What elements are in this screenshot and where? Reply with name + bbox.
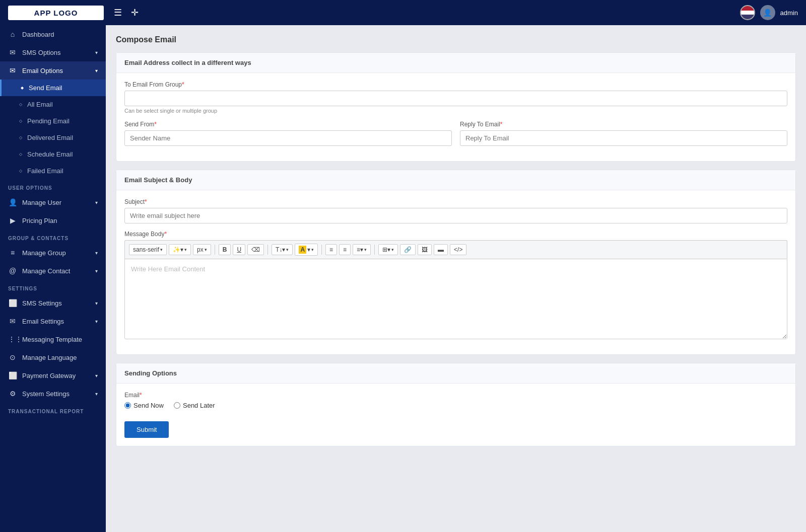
- to-email-group: To Email From Group* Can be select singl…: [124, 81, 787, 114]
- sidebar-item-email-options[interactable]: ✉ Email Options ▾: [0, 61, 106, 80]
- eraser-btn[interactable]: ⌫: [247, 244, 264, 255]
- sidebar-item-sms-options[interactable]: ✉ SMS Options ▾: [0, 43, 106, 61]
- template-icon: ⋮⋮: [8, 335, 17, 343]
- sidebar-item-system-settings[interactable]: ⚙ System Settings ▾: [0, 385, 106, 403]
- avatar[interactable]: 👤: [760, 5, 775, 20]
- system-settings-icon: ⚙: [8, 390, 17, 398]
- to-email-input[interactable]: [124, 91, 787, 106]
- sms-settings-icon: ⬜: [8, 299, 17, 307]
- editor-toolbar: sans-serif ✨▾ px B U ⌫ T↓▾ A▾ ≡ ≡ ≡▾: [124, 240, 787, 259]
- subitem-label: Delivered Email: [27, 134, 73, 141]
- email-settings-icon: ✉: [8, 317, 17, 325]
- sidebar-item-label: Messaging Template: [22, 336, 98, 343]
- sidebar-item-messaging-template[interactable]: ⋮⋮ Messaging Template: [0, 330, 106, 348]
- chevron-down-icon: ▾: [95, 300, 98, 306]
- nav-icons: ☰ ✛: [114, 7, 139, 18]
- diamond-icon: ◆: [21, 86, 24, 90]
- sidebar-item-manage-contact[interactable]: @ Manage Contact ▾: [0, 262, 106, 280]
- sidebar-item-pricing-plan[interactable]: ▶ Pricing Plan: [0, 211, 106, 230]
- group-contacts-title: GROUP & CONTACTS: [0, 230, 106, 244]
- align-btn[interactable]: ≡▾: [353, 244, 371, 255]
- payment-icon: ⬜: [8, 371, 17, 379]
- toolbar-sep3: [321, 245, 322, 255]
- magic-btn[interactable]: ✨▾: [169, 244, 191, 255]
- subitem-label: Schedule Email: [27, 150, 73, 158]
- dashboard-icon: ⌂: [8, 30, 17, 38]
- text-color-btn[interactable]: T↓▾: [272, 244, 293, 255]
- font-size-btn[interactable]: px: [193, 244, 211, 255]
- send-from-group: Send From*: [124, 121, 452, 146]
- editor-placeholder: Write Here Email Content: [131, 265, 205, 273]
- message-body-group: Message Body* sans-serif ✨▾ px B U ⌫ T↓▾…: [124, 231, 787, 339]
- reply-to-input[interactable]: [460, 130, 787, 146]
- sidebar-subitem-all-email[interactable]: ◇ All Email: [0, 96, 106, 113]
- sidebar-subitem-failed-email[interactable]: ◇ Failed Email: [0, 163, 106, 179]
- send-later-radio[interactable]: [174, 402, 180, 409]
- image-btn[interactable]: 🖼: [418, 244, 432, 255]
- link-btn[interactable]: 🔗: [400, 244, 416, 255]
- sidebar-item-manage-user[interactable]: 👤 Manage User ▾: [0, 193, 106, 211]
- flag-icon[interactable]: [740, 5, 755, 20]
- sidebar-item-dashboard[interactable]: ⌂ Dashboard: [0, 25, 106, 43]
- reply-to-group: Reply To Email*: [460, 121, 787, 146]
- sidebar-item-payment-gateway[interactable]: ⬜ Payment Gateway ▾: [0, 366, 106, 385]
- diamond-icon: ◇: [19, 169, 22, 173]
- page-title: Compose Email: [116, 35, 796, 44]
- language-icon: ⊙: [8, 353, 17, 361]
- subject-input[interactable]: [124, 208, 787, 223]
- font-family-btn[interactable]: sans-serif: [129, 244, 167, 255]
- to-email-label: To Email From Group*: [124, 81, 787, 88]
- code-btn[interactable]: </>: [450, 244, 466, 255]
- sidebar-subitem-schedule-email[interactable]: ◇ Schedule Email: [0, 146, 106, 163]
- editor-body[interactable]: Write Here Email Content: [124, 259, 787, 339]
- sidebar-subitem-send-email[interactable]: ◆ Send Email: [0, 80, 106, 96]
- main-content: Compose Email Email Address collect in a…: [106, 25, 806, 532]
- chevron-down-icon: ▾: [95, 391, 98, 397]
- card3-body: Email* Send Now Send Later Submit: [116, 384, 795, 446]
- sidebar-item-email-settings[interactable]: ✉ Email Settings ▾: [0, 312, 106, 330]
- toolbar-sep4: [374, 245, 375, 255]
- send-from-input[interactable]: [124, 130, 452, 146]
- layout: ⌂ Dashboard ✉ SMS Options ▾ ✉ Email Opti…: [0, 25, 806, 532]
- user-options-title: USER OPTIONS: [0, 179, 106, 193]
- move-icon[interactable]: ✛: [131, 7, 139, 18]
- right-nav: 👤 admin: [740, 5, 798, 20]
- diamond-icon: ◇: [19, 135, 22, 140]
- group-icon: ≡: [8, 249, 17, 257]
- chevron-down-icon: ▾: [95, 68, 98, 73]
- email-radio-group: Email* Send Now Send Later: [124, 392, 787, 409]
- highlight-btn[interactable]: A▾: [295, 244, 318, 256]
- sidebar-item-label: Manage Contact: [22, 267, 90, 275]
- sidebar-subitem-delivered-email[interactable]: ◇ Delivered Email: [0, 129, 106, 146]
- list-ul-btn[interactable]: ≡: [325, 244, 337, 255]
- sidebar-item-manage-language[interactable]: ⊙ Manage Language: [0, 348, 106, 366]
- subitem-label: Pending Email: [27, 117, 70, 125]
- sidebar-item-manage-group[interactable]: ≡ Manage Group ▾: [0, 244, 106, 262]
- send-reply-row: Send From* Reply To Email*: [124, 121, 787, 153]
- sidebar-subitem-pending-email[interactable]: ◇ Pending Email: [0, 113, 106, 129]
- bold-btn[interactable]: B: [219, 244, 231, 255]
- hamburger-icon[interactable]: ☰: [114, 7, 122, 18]
- underline-btn[interactable]: U: [233, 244, 245, 255]
- admin-label: admin: [780, 9, 798, 17]
- sms-icon: ✉: [8, 48, 17, 56]
- chevron-down-icon: ▾: [95, 268, 98, 274]
- video-btn[interactable]: ▬: [434, 244, 448, 255]
- diamond-icon: ◇: [19, 152, 22, 157]
- send-later-label[interactable]: Send Later: [174, 402, 215, 409]
- submit-button[interactable]: Submit: [124, 421, 169, 438]
- chevron-down-icon: ▾: [95, 250, 98, 256]
- subject-group: Subject*: [124, 198, 787, 223]
- sidebar-item-sms-settings[interactable]: ⬜ SMS Settings ▾: [0, 294, 106, 312]
- sidebar-item-label: Dashboard: [22, 31, 98, 38]
- list-ol-btn[interactable]: ≡: [339, 244, 351, 255]
- toolbar-sep2: [267, 245, 268, 255]
- subject-label: Subject*: [124, 198, 787, 205]
- sending-options-card: Sending Options Email* Send Now Send Lat…: [116, 363, 796, 446]
- send-now-radio[interactable]: [124, 402, 131, 409]
- send-now-label[interactable]: Send Now: [124, 402, 164, 409]
- email-option-label: Email*: [124, 392, 787, 399]
- reply-to-label: Reply To Email*: [460, 121, 787, 128]
- table-btn[interactable]: ⊞▾: [378, 244, 398, 255]
- to-email-hint: Can be select single or multiple group: [124, 108, 787, 114]
